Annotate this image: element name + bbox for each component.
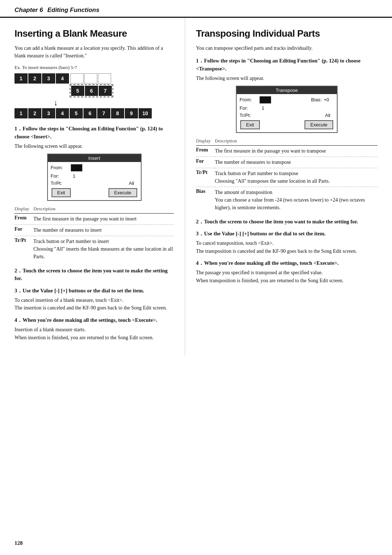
right-step-1: 1．Follow the steps in "Choosing an Editi… xyxy=(196,57,377,133)
left-step-4-heading: 4．When you're done making all the settin… xyxy=(15,316,174,324)
right-step-3: 3．Use the Value [-] [+] buttons or the d… xyxy=(196,230,377,255)
left-intro: You can add a blank measure at a locatio… xyxy=(15,44,174,60)
left-table-row-for: For The number of measures to insert xyxy=(15,224,174,236)
measure-cell-bot-2: 2 xyxy=(28,108,41,118)
right-step-2: 2．Touch the screen to choose the item yo… xyxy=(196,218,377,226)
right-table-row-trpt: Tr/Pt Track button or Part number to tra… xyxy=(196,168,377,187)
screen-label-trpt: Tr/Pt: xyxy=(51,181,71,186)
right-table-label-from: From xyxy=(196,145,215,157)
left-step-3-heading: 3．Use the Value [-] [+] buttons or the d… xyxy=(15,287,174,295)
arrow-row: ↓ xyxy=(15,99,174,107)
right-table-desc-trpt: Track button or Part number to transpose… xyxy=(215,168,377,187)
right-table-desc-bias: The amount of transpositionYou can choos… xyxy=(215,187,377,213)
left-table-label-trpt: Tr/Pt xyxy=(15,236,33,262)
screen-value-box-from xyxy=(71,164,82,171)
left-table-label-for: For xyxy=(15,224,33,236)
measure-cell-top-4: 4 xyxy=(56,73,69,84)
right-table-col1: Display xyxy=(196,137,215,146)
measure-cell-bot-1: 1 xyxy=(15,108,28,118)
right-step-1-heading: 1．Follow the steps in "Choosing an Editi… xyxy=(196,57,377,73)
trans-screen-label-trpt: Tr/Pt: xyxy=(240,113,260,118)
right-step-4-heading: 4．When you're done making all the settin… xyxy=(196,259,377,267)
trans-screen-value-trpt: All xyxy=(325,113,330,118)
left-step-2-heading: 2．Touch the screen to choose the item yo… xyxy=(15,267,174,283)
screen-label-for: For: xyxy=(51,173,71,179)
left-desc-table: Display Description From The first measu… xyxy=(15,205,174,262)
insert-screen: Insert From: For: 1 Tr/Pt: All xyxy=(47,154,142,201)
measure-cell-bot-5: 5 xyxy=(70,108,83,118)
left-step-3: 3．Use the Value [-] [+] buttons or the d… xyxy=(15,287,174,312)
measure-cell-top-1: 1 xyxy=(15,73,28,84)
page: Chapter 6 Editing Functions Inserting a … xyxy=(0,0,392,555)
left-table-desc-trpt: Track button or Part number to insertCho… xyxy=(33,236,174,262)
measure-cell-top-2: 2 xyxy=(28,73,41,84)
screen-buttons-insert: Exit Execute xyxy=(51,188,138,198)
screen-title-insert: Insert xyxy=(48,154,141,162)
trans-screen-value-box-from xyxy=(260,96,271,104)
trans-screen-label-for: For: xyxy=(240,105,260,111)
trans-execute-button[interactable]: Execute xyxy=(305,120,333,129)
measure-cell-bot-7: 7 xyxy=(97,108,110,118)
trans-screen-buttons: Exit Execute xyxy=(240,120,334,130)
right-column: Transposing Individual Parts You can tra… xyxy=(185,18,392,356)
left-step-1: 1．Follow the steps in "Choosing an Editi… xyxy=(15,125,174,201)
columns: Inserting a Blank Measure You can add a … xyxy=(0,18,392,356)
right-section-title: Transposing Individual Parts xyxy=(196,28,377,39)
right-table-row-from: From The first measure in the passage yo… xyxy=(196,145,377,157)
measure-cell-top-6: 6 xyxy=(85,86,98,96)
right-table-desc-for: The number of measures to transpose xyxy=(215,157,377,168)
left-table-col2: Description xyxy=(33,205,174,214)
screen-value-trpt: All xyxy=(129,181,134,186)
left-table-col1: Display xyxy=(15,205,33,214)
screen-value-for: 1 xyxy=(73,173,75,179)
trans-bias-label: Bias: xyxy=(311,97,322,102)
screen-body-transpose: From: Bias: +0 For: 1 Tr/Pt: All xyxy=(237,94,337,132)
right-step-2-heading: 2．Touch the screen to choose the item yo… xyxy=(196,218,377,226)
right-desc-table: Display Description From The first measu… xyxy=(196,137,377,213)
screen-execute-button[interactable]: Execute xyxy=(109,188,137,197)
right-intro: You can transpose specified parts and tr… xyxy=(196,44,377,52)
trans-screen-row-from: From: Bias: +0 xyxy=(240,96,334,104)
screen-row-for: For: 1 xyxy=(51,173,138,179)
left-step-4: 4．When you're done making all the settin… xyxy=(15,316,174,341)
screen-row-from: From: xyxy=(51,164,138,171)
trans-screen-row-trpt: Tr/Pt: All xyxy=(240,113,334,118)
left-step-3-body: To cancel insertion of a blank measure, … xyxy=(15,296,174,312)
left-section-title: Inserting a Blank Measure xyxy=(15,28,174,39)
left-table-desc-for: The number of measures to insert xyxy=(33,224,174,236)
trans-exit-button[interactable]: Exit xyxy=(240,120,260,129)
right-table-desc-from: The first measure in the passage you wan… xyxy=(215,145,377,157)
screen-exit-button[interactable]: Exit xyxy=(52,188,71,197)
right-step-3-heading: 3．Use the Value [-] [+] buttons or the d… xyxy=(196,230,377,238)
right-step-4: 4．When you're done making all the settin… xyxy=(196,259,377,284)
dashed-box: 5 6 7 xyxy=(70,84,113,97)
right-table-label-bias: Bias xyxy=(196,187,215,213)
right-table-label-for: For xyxy=(196,157,215,168)
page-number: 128 xyxy=(15,540,23,546)
measure-cell-bot-3: 3 xyxy=(42,108,55,118)
measure-cell-top-3: 3 xyxy=(42,73,55,84)
arrow-down-icon: ↓ xyxy=(54,99,58,107)
measure-cell-top-7: 7 xyxy=(99,86,112,96)
right-table-col2: Description xyxy=(215,137,377,146)
screen-row-trpt: Tr/Pt: All xyxy=(51,181,138,186)
right-table-row-bias: Bias The amount of transpositionYou can … xyxy=(196,187,377,213)
measure-cell-top-5: 5 xyxy=(71,86,84,96)
measure-cell-insert-2 xyxy=(84,73,97,84)
screen-label-from: From: xyxy=(51,165,71,170)
right-step-4-body: The passage you specified is transposed … xyxy=(196,269,377,284)
measure-diagram: 1 2 3 4 5 6 7 xyxy=(15,73,174,118)
chapter-label: Chapter 6 xyxy=(15,7,43,14)
right-step-1-sub: The following screen will appear. xyxy=(196,74,377,82)
example-label: Ex. To insert measures (bars) 5-7 xyxy=(15,65,174,70)
measure-cell-bot-8: 8 xyxy=(111,108,124,118)
screen-body-insert: From: For: 1 Tr/Pt: All Exit xyxy=(48,162,141,200)
chapter-title: Editing Functions xyxy=(47,7,99,14)
chapter-header: Chapter 6 Editing Functions xyxy=(0,0,392,18)
left-table-row-trpt: Tr/Pt Track button or Part number to ins… xyxy=(15,236,174,262)
measure-cell-bot-10: 10 xyxy=(139,108,152,118)
transpose-screen: Transpose From: Bias: +0 For: 1 xyxy=(236,86,338,133)
measure-cell-bot-4: 4 xyxy=(56,108,69,118)
trans-screen-row-for: For: 1 xyxy=(240,105,334,111)
right-table-row-for: For The number of measures to transpose xyxy=(196,157,377,168)
